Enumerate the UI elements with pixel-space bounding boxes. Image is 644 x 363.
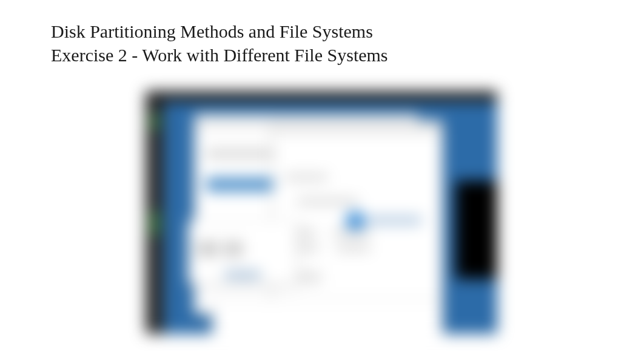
page-header: Disk Partitioning Methods and File Syste… xyxy=(51,19,388,67)
dialog-button xyxy=(224,271,261,279)
side-panel xyxy=(146,102,164,334)
window-text-line xyxy=(297,199,358,204)
page-title: Disk Partitioning Methods and File Syste… xyxy=(51,19,388,43)
dialog-window xyxy=(273,120,443,302)
side-indicator-icon xyxy=(150,211,159,236)
terminal-window xyxy=(456,181,497,278)
thumbnail-icon xyxy=(224,242,243,256)
page-subtitle: Exercise 2 - Work with Different File Sy… xyxy=(51,43,388,67)
window-text-line xyxy=(285,175,327,180)
window-text-line xyxy=(337,245,370,251)
os-taskbar xyxy=(146,91,497,102)
bottom-panel-window xyxy=(212,300,443,334)
icon-label xyxy=(367,216,421,225)
desktop-area xyxy=(164,102,497,334)
small-dialog-window xyxy=(188,220,297,284)
circle-icon xyxy=(346,211,365,231)
side-indicator-icon xyxy=(150,114,159,129)
thumbnail-icon xyxy=(197,242,218,256)
blurred-screenshot xyxy=(146,91,497,334)
window-text-line xyxy=(334,229,370,236)
window-titlebar xyxy=(273,120,443,134)
screenshot-body xyxy=(146,91,497,334)
